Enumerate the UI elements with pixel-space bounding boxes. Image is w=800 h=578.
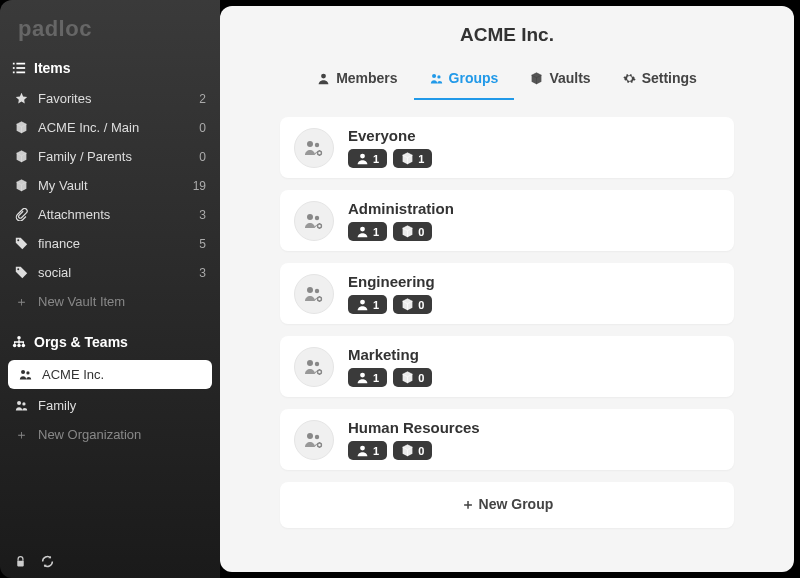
lock-icon[interactable]: [14, 555, 27, 568]
user-icon: [317, 72, 330, 85]
members-count: 1: [373, 226, 379, 238]
tab-groups[interactable]: Groups: [414, 60, 515, 100]
group-name: Everyone: [348, 127, 720, 144]
svg-point-13: [26, 371, 29, 374]
svg-point-19: [437, 75, 440, 78]
items-header-label: Items: [34, 60, 71, 76]
cube-icon: [401, 152, 414, 165]
cube-icon: [401, 444, 414, 457]
svg-point-32: [307, 360, 313, 366]
svg-rect-0: [13, 63, 15, 65]
svg-point-29: [315, 288, 319, 292]
sidebar-item-my-vault[interactable]: My Vault19: [0, 171, 220, 200]
cube-icon: [401, 371, 414, 384]
group-card[interactable]: Engineering10: [280, 263, 734, 324]
refresh-icon[interactable]: [41, 555, 54, 568]
sidebar-item-label: Favorites: [38, 91, 189, 106]
group-card[interactable]: Administration10: [280, 190, 734, 251]
svg-point-21: [315, 142, 319, 146]
sidebar-item-label: ACME Inc. / Main: [38, 120, 189, 135]
sidebar-item-label: social: [38, 265, 189, 280]
vaults-count: 0: [418, 299, 424, 311]
org-chart-icon: [12, 335, 26, 349]
svg-point-14: [17, 401, 21, 405]
orgs-section-header[interactable]: Orgs & Teams: [0, 326, 220, 358]
users-gear-icon: [294, 128, 334, 168]
new-vault-item-button[interactable]: ＋ New Vault Item: [0, 287, 220, 316]
sidebar-item-acme-inc-main[interactable]: ACME Inc. / Main0: [0, 113, 220, 142]
new-organization-button[interactable]: ＋ New Organization: [0, 420, 220, 449]
svg-point-15: [22, 402, 25, 405]
tab-members[interactable]: Members: [301, 60, 413, 100]
sidebar-item-count: 3: [199, 266, 206, 280]
vaults-badge: 0: [393, 295, 432, 314]
sidebar-footer: [0, 545, 220, 578]
svg-point-9: [13, 344, 17, 348]
group-name: Marketing: [348, 346, 720, 363]
new-organization-label: New Organization: [38, 427, 206, 442]
vaults-badge: 0: [393, 441, 432, 460]
orgs-header-label: Orgs & Teams: [34, 334, 128, 350]
sidebar-item-favorites[interactable]: Favorites2: [0, 84, 220, 113]
group-body: Administration10: [348, 200, 720, 241]
members-count: 1: [373, 372, 379, 384]
content: Everyone11Administration10Engineering10M…: [220, 101, 794, 572]
sidebar-item-family-parents[interactable]: Family / Parents0: [0, 142, 220, 171]
svg-point-25: [315, 215, 319, 219]
cube-icon: [401, 298, 414, 311]
new-group-button[interactable]: ＋ New Group: [280, 482, 734, 528]
tag-icon: [14, 237, 28, 251]
users-gear-icon: [294, 420, 334, 460]
members-count: 1: [373, 153, 379, 165]
group-card[interactable]: Marketing10: [280, 336, 734, 397]
svg-rect-5: [16, 72, 25, 74]
vaults-badge: 0: [393, 368, 432, 387]
members-count: 1: [373, 299, 379, 311]
group-card[interactable]: Everyone11: [280, 117, 734, 178]
sidebar-item-attachments[interactable]: Attachments3: [0, 200, 220, 229]
sidebar-org-acme-inc-[interactable]: ACME Inc.: [8, 360, 212, 389]
svg-rect-4: [13, 72, 15, 74]
sidebar-item-label: Family / Parents: [38, 149, 189, 164]
svg-point-18: [432, 74, 436, 78]
sidebar: padloc Items Favorites2ACME Inc. / Main0…: [0, 0, 220, 578]
vaults-badge: 0: [393, 222, 432, 241]
sidebar-item-social[interactable]: social3: [0, 258, 220, 287]
members-badge: 1: [348, 368, 387, 387]
tab-vaults[interactable]: Vaults: [514, 60, 606, 100]
tag-icon: [14, 266, 28, 280]
users-gear-icon: [294, 274, 334, 314]
user-icon: [356, 225, 369, 238]
main-header: ACME Inc. MembersGroupsVaultsSettings: [220, 6, 794, 101]
members-badge: 1: [348, 149, 387, 168]
cube-icon: [401, 225, 414, 238]
user-icon: [356, 152, 369, 165]
page-title: ACME Inc.: [220, 24, 794, 46]
group-name: Engineering: [348, 273, 720, 290]
members-badge: 1: [348, 222, 387, 241]
tab-settings[interactable]: Settings: [607, 60, 713, 100]
sidebar-item-finance[interactable]: finance5: [0, 229, 220, 258]
items-section-header[interactable]: Items: [0, 52, 220, 84]
vaults-badge: 1: [393, 149, 432, 168]
group-badges: 10: [348, 368, 720, 387]
users-icon: [18, 368, 32, 382]
group-card[interactable]: Human Resources10: [280, 409, 734, 470]
vaults-count: 0: [418, 445, 424, 457]
tab-label: Members: [336, 70, 397, 86]
new-vault-item-label: New Vault Item: [38, 294, 206, 309]
svg-point-12: [21, 370, 25, 374]
gear-icon: [623, 72, 636, 85]
svg-point-27: [360, 227, 365, 232]
tabs: MembersGroupsVaultsSettings: [220, 60, 794, 101]
members-badge: 1: [348, 295, 387, 314]
group-badges: 11: [348, 149, 720, 168]
svg-rect-2: [13, 67, 15, 69]
sidebar-item-label: My Vault: [38, 178, 183, 193]
user-icon: [356, 371, 369, 384]
svg-point-7: [17, 268, 19, 270]
clip-icon: [14, 208, 28, 222]
plus-icon: ＋: [461, 496, 479, 512]
sidebar-org-family[interactable]: Family: [0, 391, 220, 420]
group-badges: 10: [348, 295, 720, 314]
